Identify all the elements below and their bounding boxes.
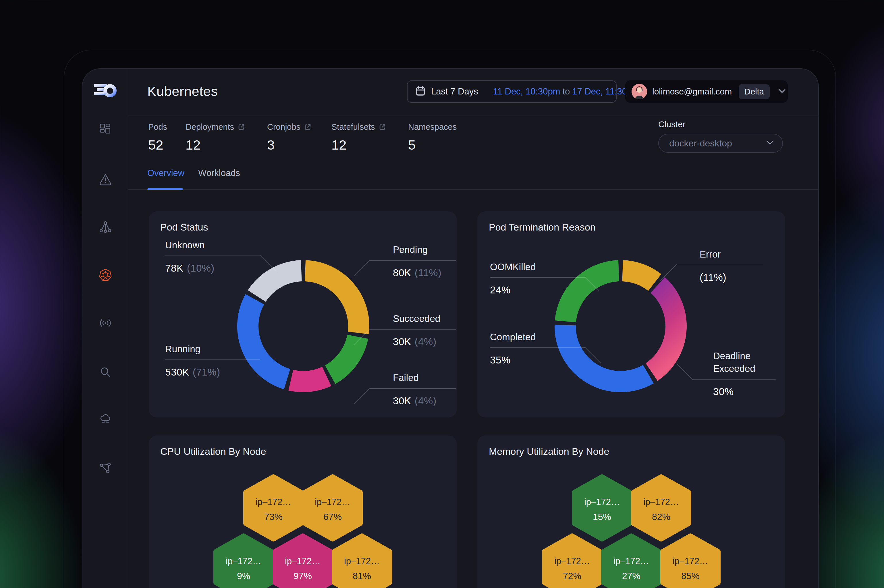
legend-oomkilled: OOMKilled 24% [490,261,585,296]
calendar-icon [416,86,425,98]
stat-deployments: Deployments 12 [186,122,245,153]
sidebar-item-search[interactable] [83,365,128,379]
sidebar-item-fork[interactable] [83,220,128,234]
legend-succeeded: Succeeded 30K(4%) [393,312,456,347]
topology-graph-icon [99,462,112,476]
donut-segment-failed[interactable] [291,376,327,382]
stat-pods: Pods 52 [148,122,167,153]
legend-running: Running 530K(71%) [165,343,260,378]
hex-node-name: ip–172… [614,556,649,566]
sidebar-item-cloud[interactable] [83,412,128,426]
hex-node[interactable] [246,477,301,539]
hex-node-percent: 97% [294,571,312,581]
hex-node-name: ip–172… [256,497,291,507]
hex-node-name: ip–172… [584,497,620,507]
content: Kubernetes Last 7 Days 11 Dec, 10:30pmto… [128,69,818,588]
chevron-down-icon [766,140,774,146]
user-menu[interactable]: lolimose@gmail.com Delta [625,80,788,103]
cluster-selected-value: docker-desktop [669,138,732,149]
donut-segment-deadline-exceeded[interactable] [652,285,676,372]
stat-cronjobs: Cronjobs 3 [267,122,312,153]
donut-segment-error[interactable] [623,271,655,282]
pod-termination-card: Pod Termination Reason OOMKilled 24% Com… [477,212,785,417]
hex-node-percent: 72% [563,571,581,581]
hex-node-percent: 9% [237,571,250,581]
hex-node-percent: 15% [593,512,611,522]
chevron-down-icon [778,89,786,94]
legend-deadline-exceeded: Deadline Exceeded 30% [713,350,782,398]
stat-label: Namespaces [408,122,457,132]
stat-namespaces: Namespaces 5 [408,122,457,153]
legend-unknown: Unknown 78K(10%) [165,239,260,274]
date-range-start: 11 Dec, 10:30pm [493,86,560,96]
stat-value: 52 [148,137,167,153]
legend-error: Error (11%) [699,248,763,283]
legend-failed: Failed 30K(4%) [393,372,456,406]
hex-node[interactable] [633,477,689,539]
tab-overview[interactable]: Overview [147,157,185,189]
stat-statefulsets: Statefulsets 12 [332,122,386,153]
sidebar-item-broadcast[interactable] [83,316,128,330]
external-link-icon[interactable] [304,123,312,131]
search-icon [99,365,112,379]
desktop: { "header": { "title": "Kubernetes", "da… [0,0,884,588]
hex-node-percent: 82% [652,512,670,522]
sidebar-item-dashboard[interactable] [83,122,128,136]
broadcast-icon [99,316,112,330]
tab-workloads[interactable]: Workloads [198,157,240,189]
date-preset-label: Last 7 Days [431,86,478,97]
hex-node-percent: 67% [323,512,342,522]
hex-node-name: ip–172… [315,497,350,507]
avatar [632,84,647,99]
sidebar-item-topology[interactable] [83,462,128,476]
kubernetes-helm-icon [99,268,112,282]
app-logo-icon [83,80,128,101]
card-title: Pod Termination Reason [489,222,596,233]
sidebar [83,69,128,588]
cluster-label: Cluster [658,119,783,129]
stat-label: Cronjobs [267,122,300,132]
app-window: Kubernetes Last 7 Days 11 Dec, 10:30pmto… [82,68,819,588]
hex-node-name: ip–172… [226,556,261,566]
warning-triangle-icon [99,172,112,186]
hex-node[interactable] [575,477,630,539]
hex-node-name: ip–172… [643,497,679,507]
hex-node-name: ip–172… [672,556,708,566]
date-range-picker[interactable]: Last 7 Days 11 Dec, 10:30pmto17 Dec, 11:… [407,80,617,103]
external-link-icon[interactable] [378,123,386,131]
legend-pending: Pending 80K(11%) [393,243,456,279]
active-tab-indicator [147,188,183,190]
cloud-network-icon [99,412,112,426]
donut-segment-unknown[interactable] [257,271,301,296]
hex-node[interactable] [305,477,360,539]
memory-hex-grid: ip–172…15%ip–172…82%ip–172…72%ip–172…27%… [477,435,785,588]
page-title: Kubernetes [147,83,218,99]
sidebar-item-alerts[interactable] [83,172,128,186]
donut-segment-succeeded[interactable] [330,337,358,375]
cluster-select[interactable]: docker-desktop [658,134,783,153]
hex-node-name: ip–172… [285,556,321,566]
sidebar-item-kubernetes[interactable] [83,268,128,282]
legend-completed: Completed 35% [490,331,585,366]
stat-label: Deployments [186,122,234,132]
stat-value: 5 [408,137,457,153]
cpu-utilization-card: CPU Utilization By Node ip–172…73%ip–172… [149,435,457,588]
hex-node-percent: 73% [264,512,283,522]
cpu-hex-grid: ip–172…73%ip–172…67%ip–172…9%ip–172…97%i… [149,435,457,588]
memory-utilization-card: Memory Utilization By Node ip–172…15%ip–… [477,435,785,588]
card-title: Pod Status [160,222,208,233]
donut-segment-pending[interactable] [305,271,359,333]
date-range-join: to [560,86,572,96]
external-link-icon[interactable] [237,123,245,131]
header: Kubernetes Last 7 Days 11 Dec, 10:30pmto… [128,69,818,116]
hex-node-percent: 85% [681,571,699,581]
stat-label: Statefulsets [332,122,375,132]
stats-row: Pods 52 Deployments 12 Cronjobs 3 Statef… [128,116,818,157]
cluster-selector: Cluster docker-desktop [658,119,783,153]
stat-value: 12 [332,137,386,153]
stat-value: 3 [267,137,312,153]
pod-status-card: Pod Status Unknown 78K(10%) Running 530K… [149,212,457,417]
tab-bar: Overview Workloads [128,157,818,190]
fork-icon [99,220,112,234]
hex-node-name: ip–172… [554,556,590,566]
